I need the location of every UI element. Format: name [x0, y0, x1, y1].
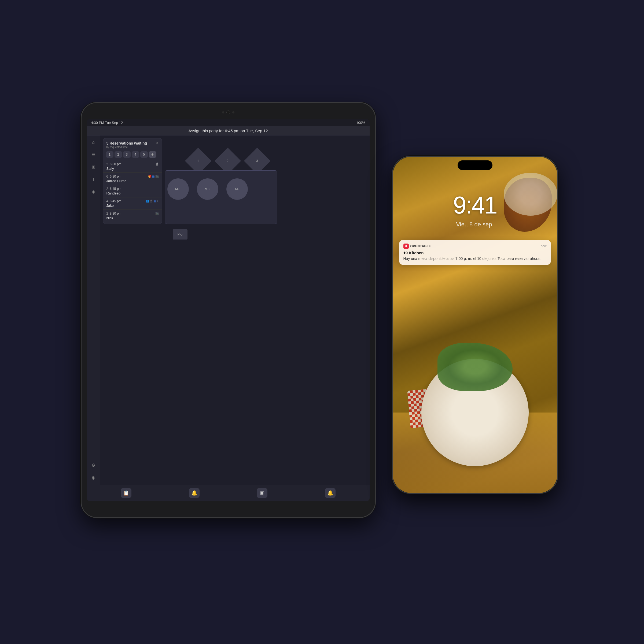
table-diamond-2[interactable]: 2	[218, 152, 237, 170]
reservation-item-nick[interactable]: 2 8:30 pm 📷 Nick	[103, 210, 162, 222]
res-count: 2	[106, 212, 108, 215]
scene: 4:30 PM Tue Sep 12 100% Assign this part…	[81, 81, 564, 564]
note-icon: 📷	[155, 175, 159, 178]
fork-icon: 🍴	[150, 200, 153, 203]
sidebar-icon-chart[interactable]: ◫	[90, 176, 97, 183]
reservation-item-jake[interactable]: 4 6:45 pm 👥 🍴 ▦ ≡	[103, 197, 162, 210]
res-count: 2	[106, 162, 108, 166]
diamond-table-row: 1 2 3	[189, 152, 267, 170]
notif-app-row: O OPENTABLE	[403, 244, 431, 249]
guest-tab-5[interactable]: 5	[140, 151, 148, 158]
iphone-dynamic-island	[458, 160, 492, 170]
res-time: 6:30 pm	[110, 175, 121, 178]
assign-party-text: Assign this party for 6:45 pm on Tue, Se…	[188, 128, 268, 133]
guest-tabs: 1 2 3 4 5 +	[103, 150, 162, 159]
res-top-row: 2 6:45 pm	[106, 187, 159, 191]
guest-tab-2[interactable]: 2	[115, 151, 122, 158]
guest-tab-1[interactable]: 1	[106, 151, 113, 158]
reservation-list: 2 6:30 pm 🍴 Sally	[103, 159, 162, 224]
food-greens	[437, 343, 513, 391]
sidebar-icon-list[interactable]: ☰	[90, 151, 97, 159]
circle-label-m2: M-2	[205, 187, 210, 191]
res-top-row: 4 6:45 pm 👥 🍴 ▦ ≡	[106, 199, 159, 203]
res-time: 6:45 pm	[110, 187, 121, 191]
rect-label-p5: P-5	[178, 233, 183, 236]
iphone-device: 9:41 Vie., 8 de sep. O OPENTABLE now 19 …	[392, 156, 558, 494]
panel-close-button[interactable]: ×	[156, 141, 158, 145]
sidebar-icon-settings[interactable]: ⚙	[90, 462, 97, 469]
res-top-row: 2 6:30 pm 🍴	[106, 162, 159, 166]
table-icon: ▦	[152, 175, 154, 178]
diamond-label-1: 1	[197, 159, 199, 163]
res-icons: 🍴	[155, 163, 159, 165]
toolbar-copy-button[interactable]: ▣	[257, 488, 267, 498]
ipad-power-button	[375, 157, 376, 178]
reservation-item-sally[interactable]: 2 6:30 pm 🍴 Sally	[103, 160, 162, 173]
res-name: Randeep	[106, 191, 159, 195]
sidebar-icon-grid[interactable]: ⊞	[90, 163, 97, 171]
guest-tab-add[interactable]: +	[149, 151, 156, 158]
res-time: 6:30 pm	[110, 162, 121, 166]
gift-icon: 🎁	[148, 175, 151, 178]
circle-label-m1: M-1	[175, 187, 181, 191]
circle-label-m3: M-	[235, 187, 239, 191]
res-icons: 🎁 ▦ 📷	[148, 175, 159, 178]
fork-icon: 🍴	[155, 163, 159, 165]
reservation-item-randeep[interactable]: 2 6:45 pm Randeep	[103, 185, 162, 197]
notification-card[interactable]: O OPENTABLE now 19 Kitchen Hay una mesa …	[399, 240, 551, 265]
diamond-label-3: 3	[256, 159, 258, 163]
ipad-sidebar: ⌂ ☰ ⊞ ◫ ◈ ⚙ ◉	[87, 135, 100, 485]
food-plate	[421, 359, 529, 466]
toolbar-doc-button[interactable]: 📋	[121, 488, 131, 498]
iphone-screen: 9:41 Vie., 8 de sep. O OPENTABLE now 19 …	[393, 157, 557, 493]
ipad-main-area: 5 Reservations waiting by requested time…	[100, 135, 370, 485]
guest-tab-3[interactable]: 3	[123, 151, 131, 158]
sidebar-icon-location[interactable]: ◈	[90, 188, 97, 196]
sidebar-icon-home[interactable]: ⌂	[90, 139, 97, 146]
res-count: 4	[106, 199, 108, 203]
notif-header: O OPENTABLE now	[403, 244, 547, 249]
guest-tab-4[interactable]: 4	[132, 151, 139, 158]
res-count-time: 2 6:30 pm	[106, 162, 122, 166]
res-count-time: 4 6:45 pm	[106, 199, 122, 203]
diamond-label-2: 2	[227, 159, 229, 163]
res-count-time: 6 6:30 pm	[106, 175, 122, 178]
ipad-device: 4:30 PM Tue Sep 12 100% Assign this part…	[81, 102, 376, 518]
toolbar-notification-button[interactable]: 🔔	[325, 488, 336, 498]
table-circle-m3[interactable]: M-	[226, 178, 248, 200]
res-time: 6:45 pm	[110, 199, 121, 203]
table-circle-m2[interactable]: M-2	[197, 178, 218, 200]
res-count: 2	[106, 187, 108, 191]
res-top-row: 2 8:30 pm 📷	[106, 212, 159, 215]
ipad-camera	[222, 111, 234, 114]
notif-app-name: OPENTABLE	[410, 244, 431, 248]
table-circle-m1[interactable]: M-1	[167, 178, 189, 200]
table-rect-p5[interactable]: P-5	[173, 229, 187, 240]
sidebar-icon-user[interactable]: ◉	[90, 474, 97, 481]
floor-plan: 1 2 3	[165, 135, 370, 485]
toolbar-bell-button[interactable]: 🔔	[189, 488, 200, 498]
panel-subtitle: by requested time	[106, 146, 147, 149]
table-diamond-1[interactable]: 1	[189, 152, 208, 170]
notif-body: Hay una mesa disponible a las 7:00 p. m.…	[403, 256, 547, 262]
opentable-icon: O	[403, 244, 409, 249]
iphone-time: 9:41	[393, 192, 557, 219]
res-count-time: 2 6:45 pm	[106, 187, 122, 191]
res-icons: 👥 🍴 ▦ ≡	[146, 200, 159, 203]
res-time: 8:30 pm	[110, 212, 121, 215]
ipad-status-bar: 4:30 PM Tue Sep 12 100%	[87, 119, 370, 126]
camera-icon: 📷	[155, 212, 159, 215]
res-icons: 📷	[155, 212, 159, 215]
circle-table-row: M-1 M-2 M-	[167, 178, 248, 200]
iphone-date: Vie., 8 de sep.	[393, 221, 557, 228]
table-diamond-3[interactable]: 3	[248, 152, 267, 170]
res-name: Jarrod Hume	[106, 179, 159, 183]
notif-title: 19 Kitchen	[403, 251, 547, 255]
list-icon: ≡	[157, 200, 159, 203]
table2-icon: ▦	[154, 200, 156, 203]
res-count: 6	[106, 175, 108, 178]
ipad-toolbar: 📋 🔔 ▣ 🔔	[87, 485, 370, 501]
reservation-item-jarrod[interactable]: 6 6:30 pm 🎁 ▦ 📷 Jarrod Hume	[103, 173, 162, 185]
ipad-battery: 100%	[356, 121, 365, 125]
panel-title: 5 Reservations waiting	[106, 141, 147, 145]
